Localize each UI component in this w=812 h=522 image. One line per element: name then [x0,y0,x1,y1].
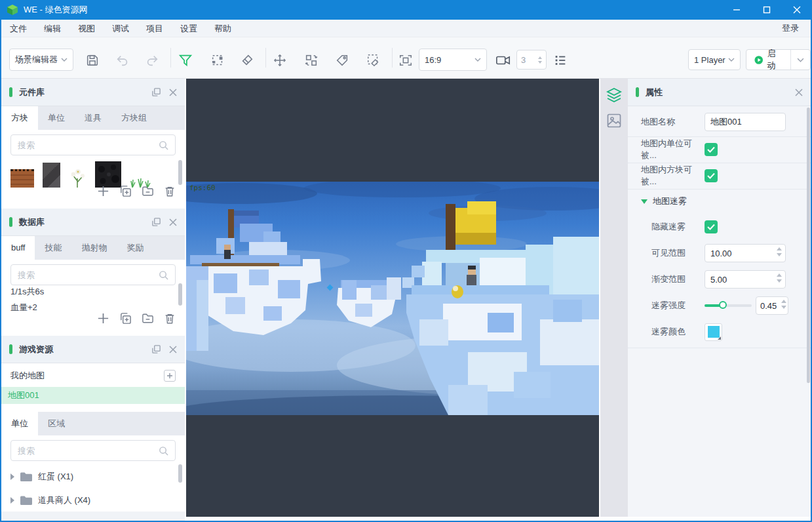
delete-icon[interactable] [164,185,176,197]
menu-project[interactable]: 项目 [138,20,172,37]
minimize-button[interactable] [722,0,752,20]
transform-tool-button[interactable] [303,52,319,68]
caret-right-icon[interactable] [10,473,14,480]
filter-tool-button[interactable] [178,52,193,68]
gradient-range-input[interactable] [705,270,786,289]
fps-counter: fps:60 [189,184,216,192]
spinner-arrows-icon[interactable] [781,300,786,309]
move-tool-button[interactable] [272,52,288,68]
undo-button[interactable] [115,52,130,68]
database-search-input[interactable] [18,270,159,280]
database-scrollbar[interactable] [178,283,182,306]
fog-color-picker[interactable] [705,323,722,341]
database-search[interactable] [10,264,176,285]
units-search-input[interactable] [18,446,159,456]
tab-props[interactable]: 道具 [75,106,111,130]
library-scrollbar[interactable] [178,160,182,185]
spinner-arrows-icon[interactable] [777,247,782,256]
delete-icon[interactable] [164,312,176,325]
launch-button[interactable]: 启动 [746,50,790,70]
duplicate-icon[interactable] [119,312,132,325]
layer-list-button[interactable] [552,52,568,68]
game-viewport[interactable]: fps:60 [186,79,599,517]
slider-knob[interactable] [719,301,727,309]
map-name-input[interactable] [705,113,786,131]
buff-entry-duration[interactable]: 1/1s共6s [10,286,44,298]
folder-remove-icon[interactable] [142,185,154,197]
tab-skills[interactable]: 技能 [35,236,71,260]
launch-options-button[interactable] [791,50,810,70]
float-panel-icon[interactable] [151,344,161,354]
add-icon[interactable] [97,185,109,197]
game-render-area[interactable]: fps:60 [186,182,599,415]
maximize-button[interactable] [752,0,782,20]
my-maps-group[interactable]: 我的地图 [1,366,185,386]
eraser-tool-button[interactable] [239,52,255,68]
unit-group-red-egg[interactable]: 红蛋 (X1) [1,466,185,488]
close-panel-icon[interactable] [169,218,177,226]
marquee-select-tool-button[interactable] [210,52,225,68]
save-button[interactable] [85,52,100,68]
buff-entry-effect[interactable]: 血量+2 [10,302,37,313]
block-thumb-flower[interactable] [69,167,87,188]
fog-section-header[interactable]: 地图迷雾 [628,191,811,211]
hide-fog-label: 隐藏迷雾 [651,221,705,233]
tag-tool-button[interactable] [334,52,350,68]
library-search-input[interactable] [18,140,159,150]
spinner-arrows-icon[interactable] [777,273,782,283]
camera-icon[interactable] [495,52,511,68]
float-panel-icon[interactable] [151,87,161,97]
aspect-ratio-select[interactable]: 16:9 [419,49,487,71]
editor-mode-select[interactable]: 场景编辑器 [9,49,73,71]
region-erase-tool-button[interactable] [366,52,381,68]
spinner-arrows-icon[interactable] [538,56,542,64]
add-map-button[interactable] [164,370,176,382]
redo-button[interactable] [144,52,160,68]
menu-debug[interactable]: 调试 [104,20,138,37]
close-panel-icon[interactable] [169,346,177,353]
map-name-row: 地图名称 [628,108,811,136]
player-mode-select[interactable]: 1 Player [688,49,741,70]
tab-block-groups[interactable]: 方块组 [111,106,157,130]
menu-settings[interactable]: 设置 [172,20,206,37]
camera-count-spinner[interactable]: 3 [516,50,547,70]
menu-file[interactable]: 文件 [1,20,35,37]
fog-intensity-slider[interactable] [705,304,752,307]
add-icon[interactable] [97,312,109,325]
tab-region[interactable]: 区域 [38,412,75,435]
login-link[interactable]: 登录 [770,22,811,34]
duplicate-icon[interactable] [119,185,132,197]
close-panel-icon[interactable] [169,89,177,96]
block-thumb-stone[interactable] [43,163,60,188]
menu-view[interactable]: 视图 [69,20,104,37]
layers-icon[interactable] [606,87,623,104]
units-editable-checkbox[interactable] [705,143,718,156]
visible-range-input[interactable] [705,244,786,262]
tab-units[interactable]: 单位 [38,106,75,130]
float-panel-icon[interactable] [151,217,161,227]
tab-blocks[interactable]: 方块 [1,106,38,130]
tab-rewards[interactable]: 奖励 [117,236,153,260]
map-item-selected[interactable]: 地图001 [1,387,185,404]
tab-unit[interactable]: 单位 [1,412,38,435]
caret-right-icon[interactable] [10,497,14,504]
close-panel-icon[interactable] [795,89,803,96]
fit-frame-button[interactable] [398,52,414,68]
block-thumb-dark-stone[interactable] [95,161,121,188]
units-search[interactable] [10,440,176,461]
units-scrollbar[interactable] [178,464,182,483]
tab-projectiles[interactable]: 抛射物 [71,236,117,260]
image-icon[interactable] [606,113,622,129]
library-search[interactable] [10,134,176,155]
tab-buff[interactable]: buff [1,236,35,260]
unit-group-item-merchant[interactable]: 道具商人 (X4) [1,489,185,512]
search-icon [159,446,168,456]
menu-help[interactable]: 帮助 [206,20,240,37]
properties-scrollbar[interactable] [807,108,810,383]
close-button[interactable] [782,0,812,20]
hide-fog-checkbox[interactable] [705,220,718,233]
blocks-editable-checkbox[interactable] [705,169,718,182]
folder-remove-icon[interactable] [142,312,154,325]
block-thumb-brick[interactable] [10,169,34,188]
menu-edit[interactable]: 编辑 [35,20,69,37]
